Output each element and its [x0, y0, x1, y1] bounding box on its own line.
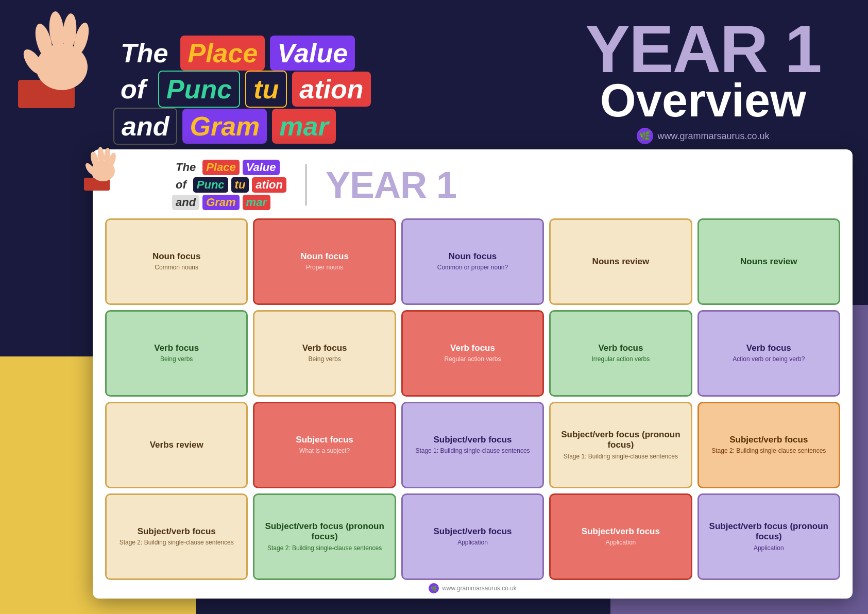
card-title: Subject/verb focus (pronoun focus) [261, 521, 388, 542]
card-title: Noun focus [300, 251, 349, 262]
card-subtitle: Application [457, 539, 488, 547]
card-subtitle: Action verb or being verb? [733, 355, 805, 364]
header: The Place Value of Punc tu ation and Gra… [0, 0, 868, 160]
doc-header: The Place Value of Punc tu ation and Gra… [105, 160, 840, 210]
hand-illustration-header [5, 0, 118, 108]
word-the: The [113, 36, 175, 71]
card-title: Verb focus [302, 343, 347, 353]
curriculum-card[interactable]: Subject/verb focusStage 2: Building sing… [105, 493, 248, 580]
year-title: YEAR 1 [559, 15, 847, 82]
word-gram: Gram [182, 109, 267, 144]
doc-word-gram: Gram [202, 195, 239, 210]
title-row-2: of Punc tu ation [113, 71, 528, 108]
card-title: Nouns review [740, 257, 797, 267]
footer-logo: 🌿 [429, 583, 439, 593]
doc-word-of: of [172, 177, 190, 193]
curriculum-card[interactable]: Subject/verb focus (pronoun focus)Stage … [549, 402, 692, 488]
card-title: Subject/verb focus [138, 526, 216, 537]
curriculum-card[interactable]: Verb focusIrregular action verbs [549, 310, 692, 397]
word-value: Value [270, 36, 355, 71]
doc-word-ation: ation [252, 177, 286, 193]
card-title: Subject/verb focus (pronoun focus) [557, 430, 684, 451]
card-title: Subject/verb focus [729, 435, 808, 445]
curriculum-card[interactable]: Subject/verb focusStage 1: Building sing… [401, 402, 544, 488]
card-title: Nouns review [592, 257, 650, 267]
word-ation: ation [292, 72, 370, 107]
curriculum-card[interactable]: Noun focusCommon nouns [105, 218, 248, 305]
card-title: Noun focus [449, 251, 497, 262]
curriculum-card[interactable]: Subject focusWhat is a subject? [253, 402, 396, 488]
curriculum-card[interactable]: Verb focusAction verb or being verb? [697, 310, 840, 397]
curriculum-card[interactable]: Verbs review [105, 402, 248, 488]
header-right: YEAR 1 Overview 🌿 www.grammarsaurus.co.u… [559, 15, 868, 144]
card-title: Subject/verb focus [433, 526, 512, 537]
doc-word-and: and [172, 195, 199, 210]
word-punc: Punc [158, 71, 240, 108]
card-subtitle: Stage 1: Building single-clause sentence… [415, 447, 530, 455]
card-subtitle: Application [606, 539, 636, 547]
card-title: Subject focus [296, 435, 353, 445]
card-title: Verbs review [150, 440, 203, 450]
curriculum-grid: Noun focusCommon nounsNoun focusProper n… [105, 218, 840, 580]
website-url: www.grammarsaurus.co.uk [657, 131, 769, 142]
card-subtitle: Common nouns [155, 264, 198, 272]
curriculum-card[interactable]: Subject/verb focusStage 2: Building sing… [697, 402, 840, 488]
curriculum-card[interactable]: Verb focusRegular action verbs [401, 310, 544, 397]
card-subtitle: Application [754, 544, 784, 553]
card-subtitle: Being verbs [160, 355, 193, 364]
document: The Place Value of Punc tu ation and Gra… [93, 149, 853, 599]
card-title: Subject/verb focus (pronoun focus) [705, 521, 832, 542]
card-subtitle: Being verbs [308, 355, 341, 364]
card-subtitle: Common or proper noun? [437, 264, 508, 272]
curriculum-card[interactable]: Nouns review [549, 218, 692, 305]
card-title: Verb focus [598, 343, 643, 353]
card-title: Verb focus [746, 343, 791, 353]
card-subtitle: Stage 2: Building single-clause sentence… [711, 447, 826, 455]
grammarsaurus-logo: 🌿 [637, 128, 653, 144]
curriculum-card[interactable]: Subject/verb focusApplication [549, 493, 692, 580]
card-title: Verb focus [450, 343, 495, 353]
curriculum-card[interactable]: Subject/verb focusApplication [401, 493, 544, 580]
card-subtitle: Stage 1: Building single-clause sentence… [564, 453, 678, 461]
doc-word-the: The [172, 160, 199, 175]
card-title: Noun focus [152, 251, 201, 262]
curriculum-card[interactable]: Noun focusCommon or proper noun? [401, 218, 544, 305]
doc-word-punc: Punc [193, 177, 228, 193]
website-badge: 🌿 www.grammarsaurus.co.uk [559, 128, 847, 144]
doc-year: YEAR 1 [326, 164, 456, 206]
curriculum-card[interactable]: Verb focusBeing verbs [253, 310, 396, 397]
doc-word-place: Place [202, 160, 240, 175]
curriculum-card[interactable]: Nouns review [697, 218, 840, 305]
curriculum-card[interactable]: Verb focusBeing verbs [105, 310, 248, 397]
footer-website: www.grammarsaurus.co.uk [442, 585, 517, 592]
card-subtitle: Proper nouns [306, 264, 343, 272]
word-place: Place [180, 36, 265, 71]
word-mar: mar [272, 109, 335, 144]
curriculum-card[interactable]: Noun focusProper nouns [253, 218, 396, 305]
curriculum-card[interactable]: Subject/verb focus (pronoun focus)Stage … [253, 493, 396, 580]
card-subtitle: Stage 2: Building single-clause sentence… [267, 544, 382, 553]
curriculum-card[interactable]: Subject/verb focus (pronoun focus)Applic… [697, 493, 840, 580]
card-subtitle: What is a subject? [299, 447, 350, 455]
doc-logo-area: The Place Value of Punc tu ation and Gra… [172, 160, 286, 210]
hand-illustration-doc [77, 139, 129, 191]
card-subtitle: Regular action verbs [444, 355, 501, 364]
doc-word-value: Value [243, 160, 280, 175]
doc-footer: 🌿 www.grammarsaurus.co.uk [105, 580, 840, 593]
word-tu: tu [245, 71, 287, 108]
doc-word-mar: mar [243, 195, 270, 210]
card-title: Subject/verb focus [433, 435, 512, 445]
title-row-1: The Place Value [113, 36, 528, 71]
title-row-3: and Gram mar [113, 108, 528, 145]
card-subtitle: Stage 2: Building single-clause sentence… [120, 539, 234, 547]
card-title: Verb focus [154, 343, 199, 353]
doc-word-tu: tu [231, 177, 249, 193]
card-title: Subject/verb focus [582, 526, 660, 537]
word-of: of [113, 72, 153, 107]
doc-divider [305, 164, 307, 206]
overview-title: Overview [559, 77, 847, 124]
card-subtitle: Irregular action verbs [592, 355, 650, 364]
